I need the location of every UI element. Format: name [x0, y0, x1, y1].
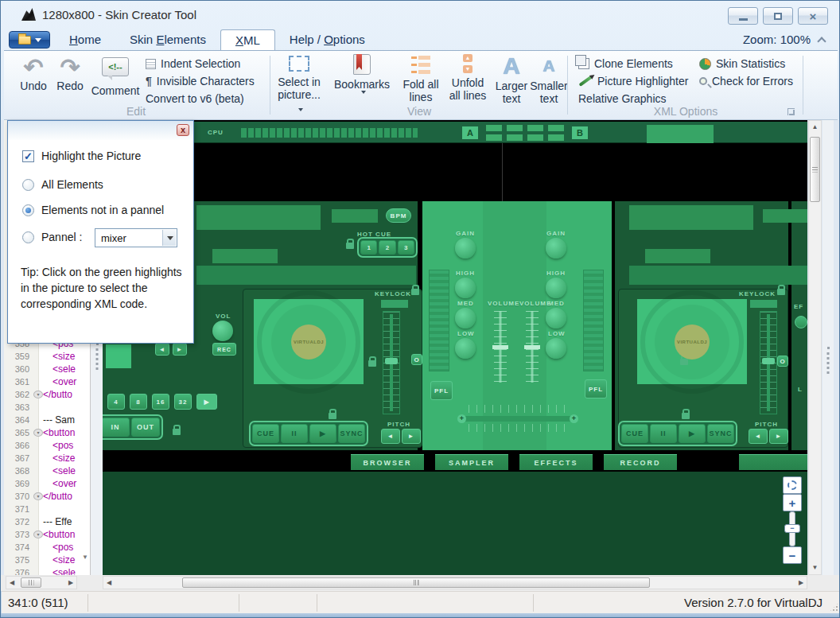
code-line[interactable]: 363 — [4, 401, 90, 414]
right-jog-wheel[interactable]: VIRTUALDJ — [637, 299, 747, 384]
skip-back-button[interactable]: ◄ — [155, 343, 169, 356]
loop-length-button[interactable]: 16 — [152, 394, 169, 410]
bottom-tab[interactable]: SAMPLER — [435, 454, 508, 470]
code-line[interactable]: 368 <sele — [4, 464, 90, 477]
editor-scroll-down-icon[interactable]: ▼ — [82, 554, 88, 561]
hot-cue-button[interactable]: 1 — [360, 240, 377, 255]
maximize-button[interactable] — [763, 7, 793, 25]
tab-home[interactable]: Home — [55, 29, 115, 50]
code-line[interactable]: 375 <size — [4, 554, 90, 566]
o-button[interactable]: O — [777, 356, 788, 367]
transport-button[interactable]: CUE — [621, 424, 648, 443]
larger-text-button[interactable]: A Larger text — [492, 54, 531, 105]
pfl-button-right[interactable]: PFL — [585, 379, 607, 398]
scroll-down-icon[interactable]: ▼ — [809, 562, 821, 574]
bookmarks-button[interactable]: Bookmarks — [329, 54, 395, 94]
code-line[interactable]: 369 <over — [4, 477, 90, 490]
skin-top-bar[interactable]: CPU A B — [103, 122, 807, 143]
undo-button[interactable]: ↶Undo — [15, 56, 52, 92]
skin-preview[interactable]: CPU A B BPM HOT CUE 123 — [103, 120, 807, 575]
zoom-control[interactable]: Zoom: 100% — [743, 33, 825, 46]
med-knob-right[interactable] — [546, 308, 566, 328]
invisible-characters-button[interactable]: ¶Invisible Characters — [146, 75, 255, 87]
jog-hub[interactable]: VIRTUALDJ — [675, 325, 710, 360]
left-jog-wheel[interactable]: VIRTUALDJ — [254, 299, 364, 384]
vertical-scroll-thumb[interactable] — [810, 137, 820, 202]
loop-in-button[interactable]: IN — [103, 418, 130, 437]
check-for-errors-button[interactable]: Check for Errors — [699, 75, 793, 87]
skin-statistics-button[interactable]: Skin Statistics — [699, 57, 785, 70]
zoom-slider[interactable]: − — [789, 511, 795, 546]
code-line[interactable]: 372 --- Effe — [4, 515, 90, 528]
transport-button[interactable]: II — [281, 424, 308, 443]
comment-button[interactable]: <!-- Comment — [90, 57, 141, 97]
convert-v6-button[interactable]: Convert to v6 (beta) — [146, 92, 244, 105]
fold-marker-icon[interactable] — [33, 531, 43, 538]
code-line[interactable]: 360 <sele — [4, 363, 90, 375]
vu-meter-right[interactable] — [583, 270, 604, 371]
transport-button[interactable]: II — [650, 424, 677, 443]
code-line[interactable]: 373 <button — [4, 528, 90, 541]
skin-element[interactable] — [645, 249, 710, 263]
high-knob-left[interactable] — [455, 278, 476, 298]
fold-all-lines-button[interactable]: Fold all lines — [399, 54, 443, 103]
horizontal-scroll-thumb[interactable] — [182, 577, 650, 588]
clone-elements-button[interactable]: Clone Elements — [578, 57, 673, 70]
skin-element[interactable] — [381, 300, 408, 308]
scroll-left-icon[interactable]: ◀ — [6, 577, 18, 589]
low-knob-left[interactable] — [455, 338, 476, 359]
transport-button[interactable]: CUE — [252, 424, 279, 443]
pitch-bend-minus-button[interactable]: ◄ — [381, 429, 400, 444]
scroll-right-icon[interactable]: ▶ — [795, 577, 807, 589]
effects-pill-cut[interactable] — [795, 316, 807, 328]
skin-element[interactable] — [629, 266, 807, 285]
scroll-right-icon[interactable]: ▶ — [65, 577, 76, 589]
bottom-tab[interactable]: RECORD — [604, 454, 677, 470]
right-pitch-slider[interactable] — [760, 311, 777, 414]
code-line[interactable]: 361 <over — [4, 375, 90, 388]
code-line[interactable]: 362 </butto — [4, 388, 90, 401]
left-pitch-slider[interactable] — [383, 311, 400, 414]
picture-horizontal-scrollbar[interactable]: ◀ ▶ — [103, 576, 807, 589]
panel-option[interactable]: Pannel : — [22, 231, 82, 243]
radio-selected-icon[interactable] — [22, 204, 34, 216]
zoom-in-button[interactable]: + — [783, 494, 802, 511]
bottom-tab[interactable]: EFFECTS — [519, 454, 593, 470]
smaller-text-button[interactable]: A Smaller text — [529, 54, 569, 105]
collapse-ribbon-icon[interactable] — [817, 37, 826, 45]
code-line[interactable]: 376 <sele — [4, 566, 90, 575]
radio-icon[interactable] — [22, 231, 34, 243]
editor-horizontal-scrollbar[interactable]: ◀ ▶ — [6, 576, 77, 589]
cpu-meter[interactable] — [241, 128, 418, 138]
crossfader-right-cap[interactable]: + — [570, 414, 578, 423]
fold-marker-icon[interactable] — [33, 391, 43, 398]
volume-fader-right[interactable] — [526, 311, 539, 383]
vu-meter-left[interactable] — [429, 270, 449, 371]
code-line[interactable]: 365 <button — [4, 426, 90, 439]
code-line[interactable]: 374 <pos — [4, 541, 90, 554]
unfold-all-lines-button[interactable]: ▲▼ Unfold all lines — [445, 54, 491, 102]
gain-knob-left[interactable] — [455, 238, 476, 258]
transport-button[interactable]: SYNC — [338, 424, 365, 443]
crossfader-left-cap[interactable]: + — [457, 414, 466, 423]
minimize-button[interactable] — [728, 7, 758, 25]
resize-grip[interactable] — [829, 602, 839, 612]
panel-dropdown[interactable]: mixer — [95, 228, 177, 247]
pitch-bend-plus-button[interactable]: ► — [769, 429, 788, 444]
code-line[interactable]: 364 --- Sam — [4, 414, 90, 426]
elements-not-in-panel-option[interactable]: Elements not in a pannel — [22, 204, 164, 216]
dialog-header[interactable] — [8, 121, 193, 140]
fold-marker-icon[interactable] — [33, 492, 43, 500]
close-button[interactable]: × — [798, 7, 828, 25]
skin-element[interactable] — [212, 249, 278, 263]
pitch-bend-minus-button[interactable]: ◄ — [749, 429, 768, 444]
radio-icon[interactable] — [22, 179, 34, 191]
med-knob-left[interactable] — [455, 308, 476, 328]
highlight-picture-option[interactable]: ✓ Highlight the Picture — [22, 150, 141, 162]
code-line[interactable]: 366 <pos — [4, 439, 90, 452]
dialog-launcher-icon[interactable] — [788, 108, 795, 115]
browser-area[interactable] — [103, 472, 807, 575]
skin-element[interactable] — [196, 266, 416, 285]
bottom-tab-blank[interactable] — [739, 454, 807, 470]
loop-out-button[interactable]: OUT — [131, 418, 160, 437]
